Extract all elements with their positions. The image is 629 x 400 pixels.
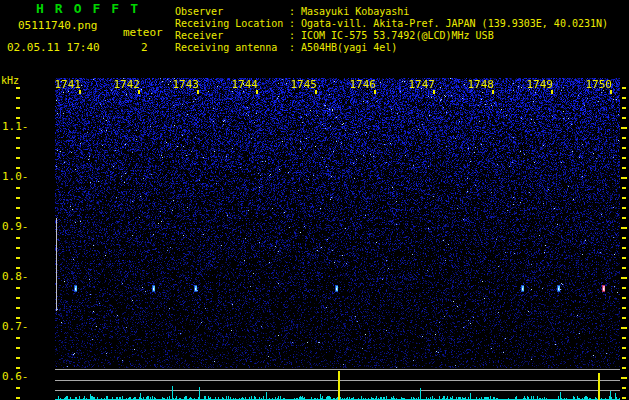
y-axis-tick: [16, 257, 20, 259]
y-axis-tick: [16, 387, 20, 389]
y-axis-tick: [16, 287, 20, 289]
info-value: ICOM IC-575 53.7492(@LCD)MHz USB: [301, 30, 494, 42]
info-colon: :: [289, 30, 301, 42]
y-axis-tick: [16, 367, 20, 369]
app-title: HROFFT: [36, 2, 149, 16]
y-axis-tick-right: [622, 107, 626, 109]
y-axis-tick: [16, 357, 20, 359]
info-colon: :: [289, 18, 301, 30]
y-axis-tick-right: [622, 87, 626, 89]
y-axis-tick: [16, 187, 20, 189]
time-label: 1746: [346, 79, 376, 90]
y-axis-tick: [16, 147, 20, 149]
y-axis-tick-right: [622, 337, 626, 339]
y-axis-label: 0.6-: [2, 371, 29, 383]
y-axis-tick: [16, 217, 20, 219]
info-row: Receiving Location:Ogata-vill. Akita-Pre…: [175, 18, 608, 30]
time-tick: [492, 90, 494, 94]
y-axis-tick: [16, 87, 20, 89]
y-axis-tick-right: [622, 347, 626, 349]
time-label: 1742: [110, 79, 140, 90]
y-axis-tick-right: [621, 377, 627, 379]
info-label: Observer: [175, 6, 289, 18]
info-label: Receiving Location: [175, 18, 289, 30]
station-info-block: Observer:Masayuki KobayashiReceiving Loc…: [175, 6, 608, 54]
y-axis-tick-right: [622, 317, 626, 319]
y-axis-tick: [16, 297, 20, 299]
y-axis-tick-right: [622, 157, 626, 159]
y-axis-tick: [16, 137, 20, 139]
y-axis-tick-right: [622, 97, 626, 99]
time-tick: [315, 90, 317, 94]
y-axis-tick: [16, 237, 20, 239]
observation-datetime: 02.05.11 17:40: [7, 42, 100, 54]
y-axis-tick-right: [622, 167, 626, 169]
time-tick: [138, 90, 140, 94]
y-axis-tick-right: [622, 117, 626, 119]
y-axis-tick: [16, 117, 20, 119]
y-axis-tick: [16, 337, 20, 339]
y-axis-label: 1.0-: [2, 171, 29, 183]
y-axis-tick: [16, 157, 20, 159]
y-axis-tick: [16, 207, 20, 209]
y-axis-tick-right: [622, 287, 626, 289]
y-axis-tick-right: [622, 307, 626, 309]
time-tick: [551, 90, 553, 94]
y-axis-tick-right: [621, 227, 627, 229]
y-axis-tick: [16, 167, 20, 169]
meteor-count: 2: [141, 42, 148, 54]
info-row: Receiving antenna:A504HB(yagi 4el): [175, 42, 608, 54]
info-row: Observer:Masayuki Kobayashi: [175, 6, 608, 18]
y-axis-tick: [16, 307, 20, 309]
info-value: A504HB(yagi 4el): [301, 42, 397, 54]
y-axis-tick-right: [622, 147, 626, 149]
info-colon: :: [289, 42, 301, 54]
time-label: 1741: [51, 79, 81, 90]
y-axis-tick-right: [622, 217, 626, 219]
calibration-line: [56, 218, 57, 311]
y-axis-tick-right: [622, 297, 626, 299]
y-axis-tick: [16, 317, 20, 319]
y-axis-tick-right: [622, 257, 626, 259]
y-axis-tick-right: [622, 397, 626, 399]
mode-label: meteor: [123, 27, 163, 39]
time-tick: [610, 90, 612, 94]
y-axis-tick: [16, 397, 20, 399]
y-axis-tick: [16, 97, 20, 99]
y-axis-tick-right: [622, 367, 626, 369]
y-axis-tick: [16, 107, 20, 109]
info-row: Receiver:ICOM IC-575 53.7492(@LCD)MHz US…: [175, 30, 608, 42]
y-axis-tick-right: [621, 327, 627, 329]
y-axis-unit-label: kHz: [1, 75, 19, 86]
y-axis-tick-right: [622, 267, 626, 269]
time-label: 1743: [169, 79, 199, 90]
y-axis-tick: [16, 197, 20, 199]
y-axis-tick-right: [622, 197, 626, 199]
spectrogram-canvas: [55, 78, 620, 400]
y-axis-tick-right: [622, 247, 626, 249]
y-axis-tick: [16, 247, 20, 249]
y-axis-tick: [16, 267, 20, 269]
y-axis-tick-right: [622, 137, 626, 139]
info-label: Receiver: [175, 30, 289, 42]
y-axis-tick-right: [622, 237, 626, 239]
time-tick: [374, 90, 376, 94]
time-label: 1744: [228, 79, 258, 90]
y-axis-label: 1.1-: [2, 121, 29, 133]
y-axis-tick-right: [621, 127, 627, 129]
y-axis-tick: [16, 347, 20, 349]
y-axis-label: 0.9-: [2, 221, 29, 233]
time-tick: [256, 90, 258, 94]
y-axis-tick-right: [622, 187, 626, 189]
time-label: 1745: [287, 79, 317, 90]
y-axis-tick-right: [621, 177, 627, 179]
info-value: Ogata-vill. Akita-Pref. JAPAN (139.9303E…: [301, 18, 608, 30]
info-value: Masayuki Kobayashi: [301, 6, 409, 18]
y-axis-tick-right: [621, 277, 627, 279]
hrofft-output-image: HROFFT 05111740.png meteor 02.05.11 17:4…: [0, 0, 629, 400]
y-axis-tick-right: [622, 207, 626, 209]
output-filename: 05111740.png: [18, 20, 97, 32]
time-tick: [433, 90, 435, 94]
time-tick: [197, 90, 199, 94]
y-axis-tick-right: [622, 357, 626, 359]
